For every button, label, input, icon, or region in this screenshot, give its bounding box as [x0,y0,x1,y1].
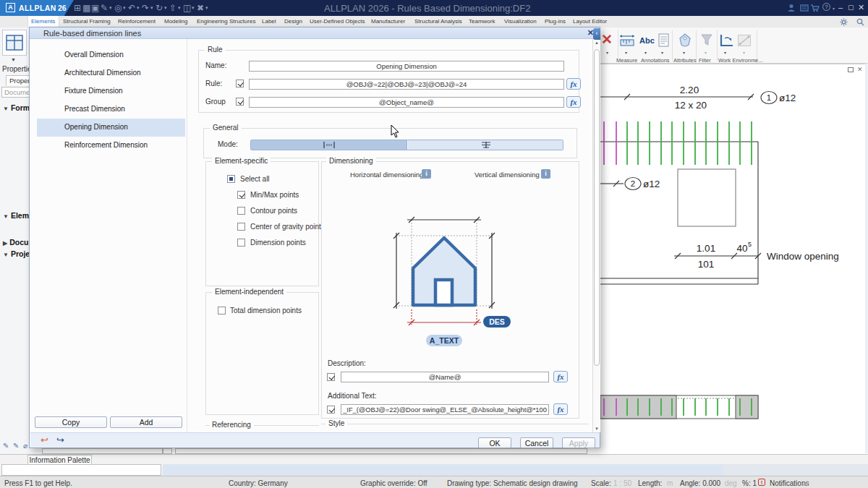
attributes-tag-icon[interactable] [677,33,693,48]
group-fx-button[interactable]: fx [566,96,581,108]
annotations-doc-icon[interactable] [658,33,669,47]
help-caret-icon[interactable]: ▾ [833,6,835,11]
vertical-info-icon[interactable]: i [541,169,550,179]
tab-elements[interactable]: Elements [31,18,55,25]
palette-tool-caret-icon[interactable]: ▼ [11,57,16,62]
mode-option-individual[interactable] [251,140,407,150]
list-item-opening-dimension[interactable]: Opening Dimension [64,123,128,131]
export-icon[interactable]: ⇧ [169,2,176,14]
undo-icon[interactable]: ↶ [128,2,135,14]
dialog-title-bar[interactable]: Rule-based dimension lines [30,27,600,39]
save-icon[interactable]: ▣ [91,2,99,14]
palette-tool-button[interactable] [2,30,27,56]
work-environment-icon[interactable] [719,33,735,48]
dialog-scrollbar[interactable]: ▲ ▼ [592,39,600,432]
user-icon[interactable] [787,4,796,12]
tab-reinforcement[interactable]: Reinforcement [118,18,156,25]
layers-icon-caret[interactable]: ▾ [192,5,195,11]
additional-text-checkbox[interactable] [327,406,335,414]
tab-engineering-structures[interactable]: Engineering Structures [197,18,255,25]
tab-modeling[interactable]: Modeling [164,18,187,25]
apply-button[interactable]: Apply [562,437,595,448]
tab-teamwork[interactable]: Teamwork [469,18,495,25]
refresh-icon-caret[interactable]: ▾ [164,5,167,11]
cancel-button[interactable]: Cancel [520,437,553,448]
settings-gear-icon[interactable] [840,18,848,26]
quick-search-icon[interactable] [856,18,864,26]
export-rule-icon[interactable]: ↪ [56,435,64,445]
tab-visualization[interactable]: Visualization [504,18,537,25]
tab-manufacturer[interactable]: Manufacturer [371,18,405,25]
edit-doc-icon[interactable]: ✎ [101,2,108,14]
additional-text-field[interactable]: _IF_(@OBJ@=22)@Door swing@_ELSE_@Absolut… [341,404,549,415]
measure-icon[interactable] [619,34,635,47]
dialog-line-input[interactable] [175,448,587,454]
description-field[interactable]: @Name@ [341,372,549,382]
list-item-precast-dimension[interactable]: Precast Dimension [64,105,125,113]
license-list-icon[interactable] [800,4,809,12]
tab-layout-editor[interactable]: Layout Editor [573,18,607,25]
minimize-button[interactable]: – [838,3,843,12]
list-item-architectural-dimension[interactable]: Architectural Dimension [64,69,141,77]
annotations-abc-icon[interactable]: Abc [639,36,655,45]
horizontal-info-icon[interactable]: i [422,169,431,179]
undo-icon-caret[interactable]: ▾ [137,5,140,11]
total-dimension-points-checkbox[interactable] [218,307,226,314]
list-item-fixture-dimension[interactable]: Fixture Dimension [64,87,123,95]
tools-icon[interactable]: ✖ [197,2,204,14]
close-button[interactable]: ✕ [858,3,864,12]
list-item-reinforcement-dimension[interactable]: Reinforcement Dimension [64,141,148,149]
search-icon-caret[interactable]: ▾ [123,5,126,11]
checkbox-center-of-gravity-point[interactable] [237,223,245,231]
tab-label[interactable]: Label [262,18,276,25]
additional-text-fx-button[interactable]: fx [553,403,568,415]
delete-icon[interactable]: ✕ [601,31,613,48]
edit-doc-icon-caret[interactable]: ▾ [109,5,112,11]
list-item-overall-dimension[interactable]: Overall Dimension [64,51,124,59]
dialog-scrollbar-thumb[interactable] [594,49,600,366]
drawing-viewport[interactable]: 2.20 12 x 20 1 ø12 2 ø12 1.01 101 40 5 W… [599,64,865,453]
redo-icon[interactable]: ↷ [142,2,149,14]
information-palette-tab[interactable]: Information Palette [27,455,92,465]
checkbox-min-max-points[interactable] [237,191,245,199]
shop-cart-icon[interactable] [810,4,820,12]
tab-plug-ins[interactable]: Plug-ins [545,18,566,25]
viewport-restore-icon[interactable] [848,67,854,72]
project-icon[interactable]: ⊞ [74,2,81,14]
tab-structural-framing[interactable]: Structural Framing [63,18,111,25]
mode-option-overall[interactable] [408,140,563,150]
ribbon-collapse-button[interactable]: ‹ [593,28,600,40]
group-field[interactable]: @Object_name@ [249,97,564,108]
group-checkbox[interactable] [236,98,244,106]
grid-icon[interactable]: ▦ [82,2,90,14]
maximize-button[interactable]: ▢ [848,4,854,11]
export-icon-caret[interactable]: ▾ [178,5,181,11]
tab-user-defined-objects[interactable]: User-Defined Objects [310,18,365,25]
select-all-checkbox[interactable] [227,175,235,183]
search-icon[interactable]: ◎ [114,2,122,14]
tab-structural-analysis[interactable]: Structural Analysis [414,18,462,25]
rule-field[interactable]: @OBJ@=22|@OBJ@=23|@OBJ@=24 [249,79,564,90]
command-input[interactable] [1,464,161,476]
rule-checkbox[interactable] [236,80,244,87]
description-fx-button[interactable]: fx [553,371,568,382]
description-checkbox[interactable] [327,373,335,381]
dialog-line-scroll-arrow[interactable] [163,448,172,454]
checkbox-dimension-points[interactable] [237,239,245,247]
work-environment-alt-icon[interactable] [738,35,751,46]
tools-icon-caret[interactable]: ▾ [205,5,208,11]
checkbox-contour-points[interactable] [237,207,245,215]
redo-icon-caret[interactable]: ▾ [150,5,153,11]
ok-button[interactable]: OK [478,437,511,448]
add-button[interactable]: Add [110,416,182,428]
refresh-icon[interactable]: ↻ [156,2,163,14]
tab-design[interactable]: Design [284,18,302,25]
copy-button[interactable]: Copy [35,416,107,428]
rule-fx-button[interactable]: fx [566,78,581,90]
notification-icon[interactable]: ! [758,479,765,486]
layers-icon[interactable]: ◫ [183,2,191,14]
help-icon[interactable]: ? [822,3,830,11]
dialog-line-scrollbar[interactable] [42,448,163,454]
name-field[interactable]: Opening Dimension [249,61,564,72]
viewport-close-icon[interactable]: ✕ [857,66,863,73]
